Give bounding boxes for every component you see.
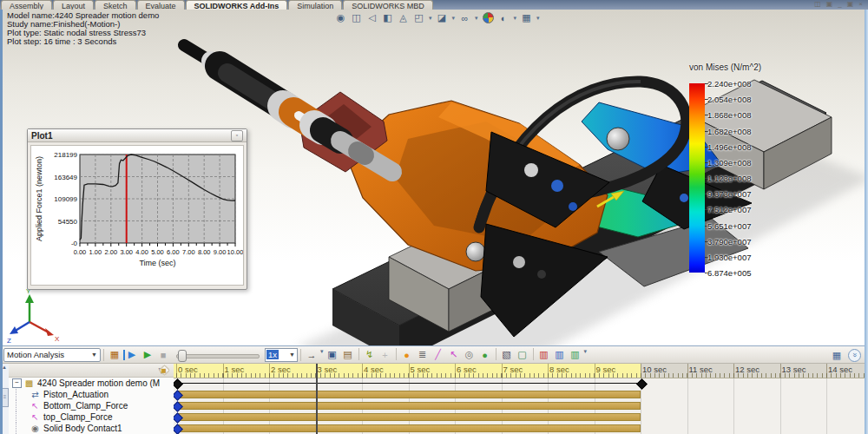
contact-icon[interactable]: ◎ (463, 348, 477, 362)
tab-simulation[interactable]: Simulation (288, 0, 342, 10)
plot1-titlebar[interactable]: Plot1 ▫ (28, 129, 247, 142)
timeline-label: 4 sec (364, 365, 384, 374)
damper-icon[interactable]: ╱ (431, 348, 445, 362)
timebar-playhead[interactable] (316, 364, 318, 434)
hide-show-items-icon[interactable]: ∞ (458, 11, 471, 24)
calculate-icon[interactable]: ▦ (108, 348, 122, 362)
plot1-title: Plot1 (31, 131, 231, 141)
zoom-area-icon[interactable]: ◫ (350, 11, 363, 24)
pane-cascade-icon[interactable]: ▣ (826, 0, 833, 8)
gravity-icon[interactable]: ● (478, 348, 492, 362)
legend-colorbar (689, 83, 705, 273)
simulation-setup-icon[interactable]: ▢ (516, 348, 529, 362)
task-pane-edge[interactable] (865, 10, 868, 434)
section-view-icon[interactable]: ◧ (381, 11, 394, 24)
tab-solidworks-mbd[interactable]: SOLIDWORKS MBD (343, 0, 433, 10)
svg-text:218199: 218199 (54, 151, 77, 159)
chevron-down-icon[interactable]: ▾ (429, 15, 432, 22)
plot1-window[interactable]: Plot1 ▫ -0545501090991636492181990.001.0… (27, 128, 247, 290)
playback-speed-dropdown[interactable]: 1x ▼ (265, 348, 298, 362)
timeline-second-tick (548, 364, 549, 378)
chevron-down-icon[interactable]: ▾ (475, 15, 478, 22)
slider-thumb[interactable] (178, 350, 187, 362)
legend-tick-label: 2.240e+008 (707, 79, 751, 89)
tree-item-label: Bottom_Clamp_Force (43, 401, 128, 411)
motor-icon[interactable]: ↯ (363, 348, 377, 362)
tab-evaluate[interactable]: Evaluate (137, 0, 185, 10)
svg-text:1.00: 1.00 (89, 248, 102, 256)
svg-text:8.00: 8.00 (198, 248, 211, 256)
tab-layout[interactable]: Layout (53, 0, 94, 10)
previous-view-icon[interactable]: ◁ (365, 11, 378, 24)
playback-mode-icon[interactable]: → (305, 348, 319, 362)
results-plot-blue-icon[interactable]: ▥ (553, 348, 567, 362)
tree-item-label: top_Clamp_Force (43, 412, 112, 422)
spring-icon[interactable]: ≣ (416, 348, 430, 362)
results-plot-green-icon[interactable]: ▥ (569, 348, 582, 362)
stop-icon[interactable]: ■ (156, 348, 170, 362)
tree-item-4240-spreader-motion-demo-m[interactable]: −▩4240 Spreader motion demo (M (9, 378, 174, 389)
annotation-views-icon[interactable]: ◬ (397, 11, 410, 24)
chevron-down-icon[interactable]: ▾ (452, 15, 456, 22)
collapse-box-icon[interactable]: − (12, 378, 22, 388)
legend-tick-label: 6.874e+005 (707, 268, 751, 278)
play-icon[interactable]: ▶ (141, 348, 155, 362)
study-type-dropdown[interactable]: Motion Analysis ▼ (3, 348, 101, 362)
timeline-label: 10 sec (642, 365, 667, 374)
collapse-motionmanager-icon[interactable]: » (848, 349, 861, 362)
spring-add-icon[interactable]: + (378, 348, 392, 362)
minimize-icon[interactable]: _ (838, 0, 841, 8)
timeline-label: 2 sec (271, 365, 291, 374)
tab-sketch[interactable]: Sketch (95, 0, 136, 10)
chevron-down-icon[interactable]: ▾ (584, 348, 588, 362)
contact-sphere-icon[interactable]: ● (400, 348, 414, 362)
timeline-label: 6 sec (457, 365, 477, 374)
tree-item-solid-body-contact1[interactable]: ◉Solid Body Contact1 (9, 423, 174, 434)
edit-appearance-icon[interactable] (482, 11, 495, 24)
duration-bar[interactable] (176, 413, 641, 421)
timeline-second-tick (733, 364, 734, 378)
motion-study-properties-icon[interactable]: ▧ (500, 348, 514, 362)
timeline-area[interactable]: 0 sec1 sec2 sec3 sec4 sec5 sec6 sec7 sec… (174, 364, 868, 434)
timeline-second-tick (409, 364, 410, 378)
timeline-second-tick (641, 364, 641, 378)
timeline-chart-icon[interactable]: ▦ (830, 348, 844, 362)
duration-bar[interactable] (176, 391, 641, 398)
pane-left-icon[interactable]: ◫ (814, 0, 821, 8)
force-icon[interactable]: ↖ (447, 348, 461, 362)
display-style-icon[interactable]: ◪ (436, 11, 449, 24)
duration-bar[interactable] (176, 424, 641, 432)
apply-scene-icon[interactable]: ◐ (497, 11, 510, 24)
model-info-text: Model name:4240 Spreader motion demo Stu… (7, 11, 159, 46)
close-icon[interactable]: × (858, 0, 863, 8)
chevron-down-icon[interactable]: ▾ (514, 15, 517, 22)
tree-item-piston-actuation[interactable]: ⇄Piston_Actuation (9, 389, 174, 400)
chevron-down-icon[interactable]: ▾ (536, 15, 540, 22)
play-from-start-icon[interactable]: ▶ (123, 350, 139, 360)
timeline-ruler[interactable]: 0 sec1 sec2 sec3 sec4 sec5 sec6 sec7 sec… (174, 364, 868, 378)
restore-icon[interactable]: ▣ (847, 0, 854, 8)
view-orientation-icon[interactable]: ◰ (412, 11, 425, 24)
view-settings-icon[interactable]: ▦ (520, 11, 533, 24)
timeline-second-tick (223, 364, 224, 378)
save-animation-icon[interactable]: ▣ (326, 348, 339, 362)
graphics-viewport[interactable]: Model name:4240 Spreader motion demo Stu… (0, 10, 868, 345)
tree-item-top-clamp-force[interactable]: ↖top_Clamp_Force (9, 411, 174, 423)
tree-item-bottom-clamp-force[interactable]: ↖Bottom_Clamp_Force (9, 400, 174, 411)
legend-tick-label: 1.930e+007 (707, 252, 751, 261)
key-point-icon[interactable] (174, 378, 182, 390)
close-icon[interactable]: ▫ (231, 130, 243, 141)
animation-wizard-icon[interactable]: ▤ (341, 348, 355, 362)
tab-solidworks-add-ins[interactable]: SOLIDWORKS Add-Ins (186, 0, 288, 10)
key-point-icon[interactable] (636, 378, 648, 390)
timeline-second-tick (176, 364, 177, 378)
results-plot-red-icon[interactable]: ▥ (537, 348, 551, 362)
tab-assembly[interactable]: Assembly (1, 0, 52, 10)
duration-bar[interactable] (176, 402, 641, 410)
timeline-label: 8 sec (549, 365, 569, 374)
window-edge-left (0, 10, 3, 434)
timebar-slider[interactable] (176, 349, 260, 361)
chevron-down-icon[interactable]: ▾ (320, 348, 324, 362)
timeline-label: 12 sec (735, 365, 760, 374)
zoom-fit-icon[interactable]: ◉ (334, 11, 347, 24)
